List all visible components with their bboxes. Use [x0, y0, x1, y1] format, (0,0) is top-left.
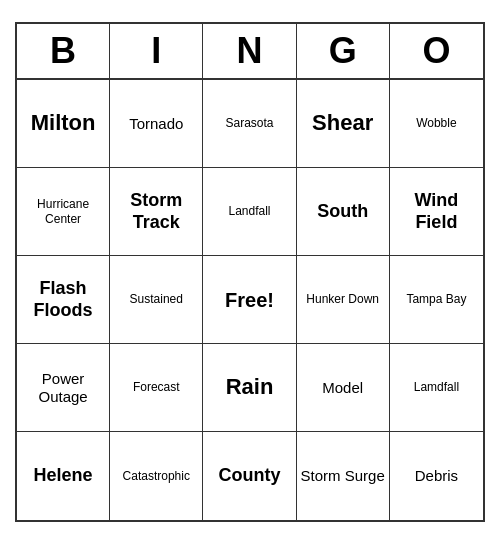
bingo-grid: MiltonTornadoSarasotaShearWobbleHurrican…: [17, 80, 483, 520]
cell-text: Debris: [415, 467, 458, 485]
cell-text: Tampa Bay: [406, 292, 466, 306]
cell-text: Sarasota: [225, 116, 273, 130]
header-letter: N: [203, 24, 296, 78]
bingo-card: BINGO MiltonTornadoSarasotaShearWobbleHu…: [15, 22, 485, 522]
bingo-cell: Landfall: [203, 168, 296, 256]
bingo-cell: Forecast: [110, 344, 203, 432]
cell-text: Sustained: [130, 292, 183, 306]
bingo-cell: Wind Field: [390, 168, 483, 256]
cell-text: County: [218, 465, 280, 487]
cell-text: Catastrophic: [123, 469, 190, 483]
bingo-cell: Sarasota: [203, 80, 296, 168]
bingo-cell: County: [203, 432, 296, 520]
cell-text: Wind Field: [394, 190, 479, 233]
bingo-cell: Hunker Down: [297, 256, 390, 344]
bingo-cell: Milton: [17, 80, 110, 168]
bingo-cell: Lamdfall: [390, 344, 483, 432]
cell-text: Rain: [226, 374, 274, 400]
bingo-cell: Free!: [203, 256, 296, 344]
cell-text: South: [317, 201, 368, 223]
cell-text: Milton: [31, 110, 96, 136]
bingo-cell: Storm Track: [110, 168, 203, 256]
cell-text: Model: [322, 379, 363, 397]
bingo-cell: Catastrophic: [110, 432, 203, 520]
cell-text: Landfall: [228, 204, 270, 218]
cell-text: Hurricane Center: [21, 197, 105, 226]
cell-text: Tornado: [129, 115, 183, 133]
bingo-cell: Power Outage: [17, 344, 110, 432]
bingo-cell: Helene: [17, 432, 110, 520]
cell-text: Free!: [225, 288, 274, 312]
cell-text: Helene: [34, 465, 93, 487]
bingo-cell: Tampa Bay: [390, 256, 483, 344]
cell-text: Lamdfall: [414, 380, 459, 394]
header-letter: I: [110, 24, 203, 78]
bingo-cell: Hurricane Center: [17, 168, 110, 256]
cell-text: Wobble: [416, 116, 456, 130]
header-letter: G: [297, 24, 390, 78]
bingo-cell: Flash Floods: [17, 256, 110, 344]
cell-text: Hunker Down: [306, 292, 379, 306]
bingo-header: BINGO: [17, 24, 483, 80]
bingo-cell: Model: [297, 344, 390, 432]
bingo-cell: Tornado: [110, 80, 203, 168]
bingo-cell: South: [297, 168, 390, 256]
bingo-cell: Sustained: [110, 256, 203, 344]
cell-text: Shear: [312, 110, 373, 136]
bingo-cell: Wobble: [390, 80, 483, 168]
cell-text: Forecast: [133, 380, 180, 394]
cell-text: Power Outage: [21, 370, 105, 406]
bingo-cell: Rain: [203, 344, 296, 432]
cell-text: Flash Floods: [21, 278, 105, 321]
bingo-cell: Debris: [390, 432, 483, 520]
bingo-cell: Storm Surge: [297, 432, 390, 520]
bingo-cell: Shear: [297, 80, 390, 168]
header-letter: B: [17, 24, 110, 78]
cell-text: Storm Surge: [301, 467, 385, 485]
header-letter: O: [390, 24, 483, 78]
cell-text: Storm Track: [114, 190, 198, 233]
